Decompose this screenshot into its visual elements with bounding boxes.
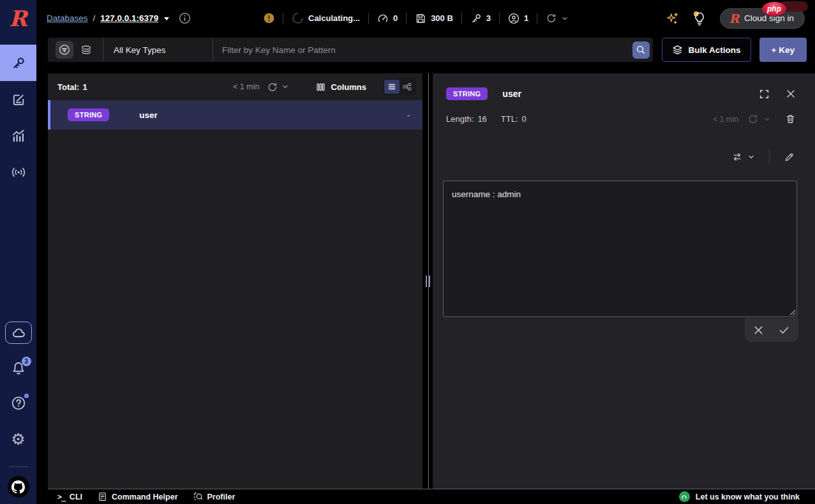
redis-cloud-logo-icon: R (729, 11, 739, 26)
search-icon (636, 45, 646, 55)
key-filter-input[interactable] (213, 45, 632, 55)
list-view-button[interactable] (384, 80, 400, 94)
drag-grip-icon (426, 276, 430, 287)
key-list-panel: Total:1 < 1 min Columns (48, 73, 422, 489)
cloud-sign-in-button[interactable]: php R Cloud sign in (720, 8, 805, 29)
sidebar-item-workbench[interactable] (0, 81, 36, 117)
search-icon-button[interactable] (632, 41, 650, 59)
left-nav-sidebar: R (0, 0, 36, 504)
notification-badge: 3 (22, 357, 31, 366)
instance-caret-down-icon[interactable] (163, 16, 170, 21)
details-refresh-chevron-icon[interactable] (763, 115, 771, 123)
profiler-tab[interactable]: Profiler (193, 492, 236, 501)
analytics-icon (11, 129, 26, 143)
copilot-sparkles-icon[interactable] (665, 11, 679, 26)
cli-tab[interactable]: >_ CLI (57, 493, 82, 501)
layers-icon (672, 45, 683, 56)
instance-info-icon[interactable] (179, 12, 191, 24)
key-list-row-user[interactable]: STRING user - (48, 100, 422, 130)
document-icon (98, 492, 107, 501)
view-mode-toggle (383, 78, 416, 95)
filter-type-icon-button[interactable] (56, 41, 73, 59)
sidebar-item-browser[interactable] (0, 45, 36, 81)
github-link[interactable] (8, 476, 29, 498)
chevron-down-icon (561, 15, 569, 22)
add-key-button[interactable]: + Key (759, 38, 807, 62)
key-ttl: - (407, 110, 410, 120)
stat-memory: 300 B (415, 13, 453, 24)
bulk-actions-button[interactable]: Bulk Actions (662, 38, 751, 62)
spinner-icon (292, 12, 304, 24)
profiler-icon (193, 492, 203, 501)
key-type-badge: STRING (68, 108, 109, 121)
close-details-icon[interactable] (786, 89, 796, 99)
feedback-link[interactable]: Let us know what you think (679, 491, 800, 502)
breadcrumb-separator: / (93, 13, 96, 23)
insights-lightbulb-icon[interactable] (692, 10, 707, 27)
value-formatter-dropdown[interactable] (731, 152, 755, 162)
settings-gear-icon: ⚙ (11, 431, 25, 447)
value-edit-actions (745, 318, 798, 342)
details-key-name: user (502, 89, 521, 99)
value-editor[interactable]: username : admin (443, 181, 797, 317)
workbench-icon (11, 93, 26, 107)
details-refresh-icon[interactable] (747, 114, 758, 124)
redis-logo: R (0, 0, 36, 36)
details-refresh-time: < 1 min (713, 115, 738, 124)
feedback-icon (679, 491, 690, 502)
cancel-edit-icon[interactable] (753, 325, 764, 336)
cloud-icon (12, 327, 25, 339)
panel-resize-handle[interactable] (422, 73, 433, 489)
breadcrumb-instance[interactable]: 127.0.0.1:6379 (100, 13, 158, 23)
edit-value-pencil-icon[interactable] (784, 152, 795, 163)
apply-edit-icon[interactable] (778, 325, 790, 336)
refresh-options-chevron-icon[interactable] (281, 83, 289, 91)
stat-connected-clients: 1 (508, 13, 528, 24)
total-keys-label: Total:1 (57, 82, 87, 92)
key-type-dropdown[interactable]: All Key Types (103, 38, 213, 62)
clients-icon (508, 13, 520, 24)
key-details-panel: STRING user Length:16 TTL:0 < 1 min (433, 73, 815, 489)
sidebar-item-pubsub[interactable] (0, 154, 36, 190)
stat-calculating: Calculating... (292, 12, 360, 24)
cloud-databases-button[interactable] (5, 322, 32, 344)
bottom-tool-bar: >_ CLI Command Helper Profiler Let us kn (48, 489, 815, 504)
columns-label[interactable]: Columns (331, 82, 366, 92)
key-ttl-meta: TTL:0 (501, 114, 527, 124)
breadcrumb-databases-link[interactable]: Databases (47, 13, 88, 23)
filter-database-icon-button[interactable] (77, 41, 95, 59)
key-list-header: Total:1 < 1 min Columns (48, 73, 422, 100)
fullscreen-icon[interactable] (759, 89, 770, 100)
key-icon (11, 56, 26, 70)
stat-total-keys: 3 (470, 13, 491, 24)
sidebar-item-notifications[interactable]: 3 (0, 352, 36, 385)
terminal-icon: >_ (57, 493, 65, 501)
key-name: user (139, 110, 158, 120)
pubsub-icon (11, 165, 26, 179)
stats-refresh-control[interactable] (546, 13, 569, 24)
stat-commands-sec: 0 (377, 13, 398, 24)
key-stat-icon (470, 13, 482, 24)
details-type-badge: STRING (446, 87, 488, 100)
key-length: Length:16 (446, 114, 487, 124)
formatter-swap-arrows-icon (731, 152, 743, 162)
tree-view-button[interactable] (400, 80, 415, 94)
sidebar-item-settings[interactable]: ⚙ (0, 421, 36, 457)
filter-bar: All Key Types Bulk Actions + Key (48, 38, 807, 62)
gauge-icon (377, 13, 389, 24)
warning-icon[interactable] (264, 13, 274, 24)
resize-grip-icon[interactable] (789, 309, 796, 316)
sidebar-item-analytics[interactable] (0, 117, 36, 154)
sidebar-item-help[interactable] (0, 385, 36, 421)
refresh-keys-icon[interactable] (267, 82, 278, 93)
columns-icon[interactable] (316, 82, 325, 92)
refresh-icon (546, 13, 557, 24)
sidebar-divider (9, 466, 28, 467)
command-helper-tab[interactable]: Command Helper (98, 492, 178, 501)
github-icon (11, 480, 25, 494)
php-badge: php (762, 2, 786, 16)
help-icon (11, 396, 26, 411)
memory-icon (415, 13, 426, 24)
value-editor-wrap: username : admin (443, 181, 797, 317)
delete-key-icon[interactable] (785, 114, 796, 124)
